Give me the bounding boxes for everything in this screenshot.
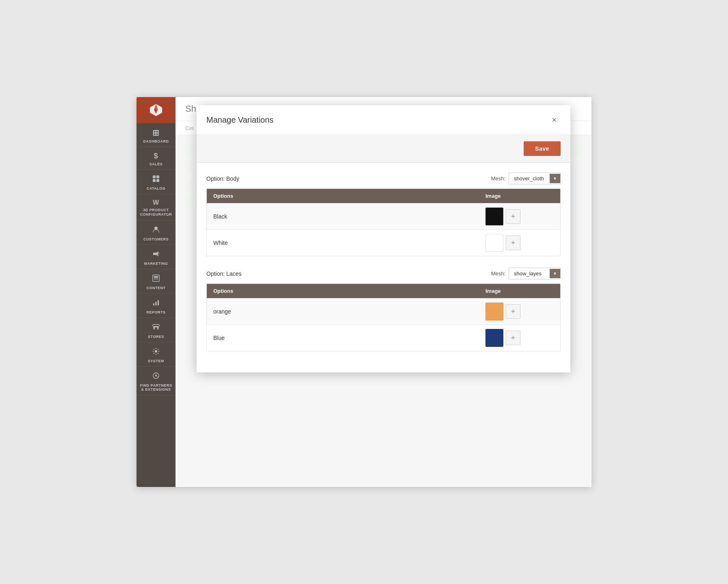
row-image-cell-white: + [479,230,560,256]
svg-rect-5 [153,275,159,281]
add-image-button-black[interactable]: + [506,209,520,224]
sidebar-item-label: FIND PARTNERS & EXTENSIONS [138,383,174,392]
mesh-select-arrow-body[interactable]: ▼ [550,174,560,183]
color-swatch-orange [485,303,503,320]
col-header-image-body: Image [479,189,560,203]
sidebar-item-reports[interactable]: REPORTS [136,294,176,318]
3d-configurator-icon: W [153,199,159,206]
add-image-button-blue[interactable]: + [506,331,520,345]
sidebar-item-catalog[interactable]: CATALOG [136,170,176,194]
modal-body: Option: Body Mesh: shover_cloth ▼ [197,163,570,372]
magento-logo-icon [148,102,164,118]
modal-overlay: Manage Variations × Save Option: Body Me… [176,97,592,487]
svg-rect-0 [153,175,156,178]
sidebar-item-customers[interactable]: CUSTOMERS [136,221,176,245]
row-image-cell-black: + [479,203,560,229]
option-section-body: Option: Body Mesh: shover_cloth ▼ [206,173,561,256]
svg-point-14 [155,375,157,376]
options-table-header-laces: Options Image [207,284,560,298]
option-header-body: Option: Body Mesh: shover_cloth ▼ [206,173,561,184]
sidebar-item-system[interactable]: SYSTEM [136,342,176,367]
modal-header: Manage Variations × [197,105,570,135]
row-name-orange: orange [207,302,479,321]
color-swatch-blue [485,329,503,347]
mesh-selector-laces: Mesh: show_layes ▼ [491,268,561,279]
sidebar-item-label: SYSTEM [148,359,164,363]
catalog-icon [152,175,160,185]
options-table-body: Options Image Black + [206,188,561,256]
close-button[interactable]: × [548,113,561,126]
table-row: Black + [207,203,560,229]
row-name-white: White [207,233,479,253]
svg-rect-1 [156,175,159,178]
svg-rect-10 [158,300,159,305]
sidebar-item-label: SALES [150,162,163,166]
sidebar-item-content[interactable]: CONTENT [136,269,176,294]
sidebar-item-stores[interactable]: STORES [136,318,176,342]
col-header-options-laces: Options [207,284,479,298]
svg-rect-2 [153,179,156,182]
mesh-select-arrow-laces[interactable]: ▼ [550,269,560,278]
sidebar: ⊞ DASHBOARD $ SALES CATALOG W 3D PRODUCT… [136,97,176,487]
col-header-options-body: Options [207,189,479,203]
sales-icon: $ [154,152,158,160]
sidebar-item-label: CONTENT [147,286,166,290]
color-swatch-white [485,234,503,252]
mesh-select-body[interactable]: shover_cloth ▼ [509,173,561,184]
sidebar-item-label: CATALOG [147,186,166,190]
svg-point-12 [155,350,157,353]
customers-icon [152,225,160,236]
option-section-laces: Option: Laces Mesh: show_layes ▼ [206,268,561,351]
mesh-selector-body: Mesh: shover_cloth ▼ [491,173,561,184]
stores-icon [152,323,160,333]
option-label-body: Option: Body [206,175,239,182]
row-name-blue: Blue [207,328,479,348]
logo [136,97,176,123]
modal-toolbar: Save [197,135,570,163]
mesh-select-value-body: shover_cloth [509,173,550,184]
sidebar-item-find-partners[interactable]: FIND PARTNERS & EXTENSIONS [136,367,176,396]
option-header-laces: Option: Laces Mesh: show_layes ▼ [206,268,561,279]
manage-variations-modal: Manage Variations × Save Option: Body Me… [197,105,570,372]
mesh-label-laces: Mesh: [491,270,505,277]
sidebar-item-label: CUSTOMERS [143,237,169,241]
find-partners-icon [152,372,160,382]
svg-rect-9 [156,302,157,305]
sidebar-item-label: DASHBOARD [143,139,169,143]
options-table-header-body: Options Image [207,189,560,203]
sidebar-item-label: REPORTS [146,310,165,314]
svg-rect-3 [156,179,159,182]
table-row: Blue + [207,324,560,351]
row-image-cell-blue: + [479,325,560,351]
sidebar-item-label: 3D PRODUCT CONFIGURATOR [138,208,174,217]
add-image-button-white[interactable]: + [506,236,520,250]
sidebar-item-label: STORES [148,335,164,339]
marketing-icon [152,250,160,260]
svg-rect-8 [153,303,154,305]
color-swatch-black [485,208,503,225]
svg-rect-7 [154,279,158,279]
table-row: orange + [207,298,560,324]
sidebar-item-marketing[interactable]: MARKETING [136,245,176,269]
content-icon [152,274,160,284]
table-row: White + [207,229,560,256]
mesh-select-laces[interactable]: show_layes ▼ [509,268,561,279]
sidebar-item-dashboard[interactable]: ⊞ DASHBOARD [136,123,176,147]
row-name-black: Black [207,207,479,226]
mesh-label-body: Mesh: [491,175,505,182]
dashboard-icon: ⊞ [152,128,160,138]
save-button[interactable]: Save [524,141,561,156]
svg-rect-6 [154,276,158,278]
sidebar-item-sales[interactable]: $ SALES [136,147,176,170]
options-table-laces: Options Image orange + [206,283,561,351]
modal-title: Manage Variations [206,115,273,125]
row-image-cell-orange: + [479,298,560,324]
reports-icon [152,298,160,309]
col-header-image-laces: Image [479,284,560,298]
add-image-button-orange[interactable]: + [506,304,520,319]
svg-rect-11 [155,327,157,329]
main-content: Sho Cus Manage Variations × Save [176,97,592,487]
mesh-select-value-laces: show_layes [509,268,550,279]
sidebar-item-3d-configurator[interactable]: W 3D PRODUCT CONFIGURATOR [136,194,176,221]
option-label-laces: Option: Laces [206,270,241,277]
